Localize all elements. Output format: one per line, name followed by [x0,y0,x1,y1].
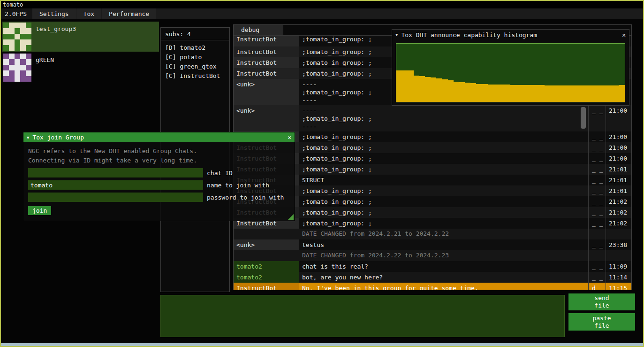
histogram-bar [425,77,431,102]
group-avatar-icon [3,23,31,51]
histogram-bar [591,85,596,102]
message-flags: _ _ [588,164,606,175]
message-time: 21:02 [606,218,631,229]
histogram-bar [522,85,528,102]
histogram-bar [419,76,425,102]
date-changed-row: DATE CHANGED from 2024.2.21 to 2024.2.22 [234,229,631,239]
date-changed-text: DATE CHANGED from 2024.2.22 to 2024.2.23 [234,250,452,261]
message-flags: d [588,283,606,290]
histogram-bar [528,85,533,102]
message-time: 21:00 [606,153,631,164]
histogram-bar [414,76,419,102]
histogram-window-title: Tox DHT announce capability histogram [401,31,537,39]
histogram-bar [539,85,545,102]
date-changed-text: DATE CHANGED from 2024.2.21 to 2024.2.22 [234,229,452,239]
message-input[interactable] [160,295,565,337]
join-window-titlebar[interactable]: ▼ Tox join Group ✕ [23,132,295,142]
message-flags: _ _ [588,142,606,153]
menu-item-tox[interactable]: Tox [76,8,102,19]
histogram-bar [596,85,602,102]
histogram-bar [556,85,562,102]
histogram-bar [579,85,585,102]
message-text: chat is this real? [299,261,588,272]
chat-message-row[interactable]: InstructBotNo, I've been in this group f… [234,283,631,290]
histogram-bar [568,85,573,102]
chat-scrollbar[interactable] [581,107,586,129]
message-text: STRUCT [299,175,588,185]
message-text: ;tomato_in_group: ; [299,153,588,164]
message-flags: _ _ [588,272,606,283]
menu-item-settings[interactable]: Settings [32,8,76,19]
collapse-arrow-icon[interactable]: ▼ [395,32,398,37]
message-flags: _ _ [588,218,606,229]
message-flags: _ _ [588,261,606,272]
message-time: 23:38 [606,239,631,250]
close-icon[interactable]: ✕ [622,31,626,39]
message-text: ;tomato_in_group: ; [299,196,588,207]
message-time: 21:01 [606,175,631,185]
subs-member[interactable]: [C] potato [161,53,229,62]
menu-item-performance[interactable]: Performance [102,8,157,19]
send-file-button[interactable]: send file [568,293,635,310]
histogram-bar [402,70,408,102]
sender-name: InstructBot [234,46,299,57]
histogram-plot [396,43,625,102]
chat-message-row[interactable]: tomato2chat is this real?_ _11:09 [234,261,631,272]
paste-file-button[interactable]: paste file [568,313,635,331]
sender-name: <unk> [234,105,299,131]
message-time: 21:02 [606,196,631,207]
group-name: test_group3 [36,25,76,51]
join-window-body: NGC refers to the New DHT enabled Group … [23,142,295,221]
message-flags: _ _ [588,153,606,164]
group-list: test_group3gREEN [2,22,159,84]
message-flags: _ _ [588,239,606,250]
message-text: ;tomato_in_group: ; [299,131,588,142]
collapse-arrow-icon[interactable]: ▼ [27,135,29,140]
histogram-bar [442,79,447,102]
histogram-bar [585,85,591,102]
histogram-bar [476,84,482,102]
sender-name: InstructBot [234,57,299,68]
join-button[interactable]: join [28,206,51,215]
message-time: 21:02 [606,207,631,218]
resize-grip-icon[interactable] [288,214,294,220]
chat-message-row[interactable]: <unk>testus_ _23:38 [234,239,631,250]
message-flags: _ _ [588,105,606,131]
chat-message-row[interactable]: <unk>---- ;tomato_in_group: ; ----_ _21:… [234,105,631,131]
chat-id-input[interactable] [28,168,203,177]
close-icon[interactable]: ✕ [288,134,291,141]
sender-name: tomato2 [234,261,299,272]
histogram-bar [465,83,470,102]
histogram-window: ▼ Tox DHT announce capability histogram … [392,29,629,106]
message-text: ;tomato_in_group: ; [299,164,588,175]
sender-name: InstructBot [234,68,299,79]
join-password-input[interactable] [28,193,203,202]
join-group-window: ▼ Tox join Group ✕ NGC refers to the New… [23,132,295,221]
histogram-bar [505,85,510,102]
bottom-strip [1,343,643,346]
message-time: 21:00 [606,105,631,131]
message-text: ;tomato_in_group: ; [299,218,588,229]
tab-debug[interactable]: debug [234,25,283,35]
message-text: ---- ;tomato_in_group: ; ---- [299,105,588,131]
subs-member[interactable]: [C] InstructBot [161,71,229,81]
group-item-gREEN[interactable]: gREEN [2,53,159,83]
chat-id-label: chat ID [207,170,233,177]
join-info-line: Connecting via ID might take a very long… [28,156,290,165]
subs-list: [D] tomato2[C] potato[C] green_qtox[C] I… [161,43,229,81]
message-text: ;tomato_in_group: ; [299,142,588,153]
histogram-bar [448,80,454,102]
histogram-bar [431,77,436,102]
histogram-window-titlebar[interactable]: ▼ Tox DHT announce capability histogram … [392,30,629,40]
chat-message-row[interactable]: tomato2bot, are you new here?_ _11:14 [234,272,631,283]
subs-count: subs: 4 [161,31,229,40]
histogram-bar [488,85,493,102]
join-name-input[interactable] [28,180,203,190]
window-title: tomato [3,1,23,8]
group-avatar-icon [3,54,31,82]
group-item-test_group3[interactable]: test_group3 [2,22,159,52]
subs-member[interactable]: [C] green_qtox [161,62,229,71]
histogram-bar [482,84,488,102]
main-content: test_group3gREEN subs: 4 [D] tomato2[C] … [1,19,643,343]
subs-member[interactable]: [D] tomato2 [161,43,229,53]
